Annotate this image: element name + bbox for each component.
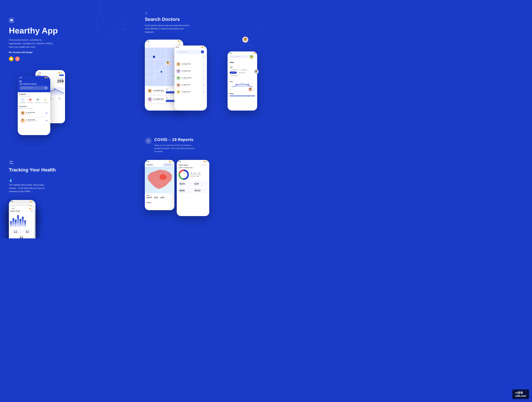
arrow-icon: → [203, 63, 205, 65]
arrow-icon-4: → [203, 84, 205, 86]
tracking-title: Tracking Your Health [9, 167, 124, 173]
search-submit[interactable] [201, 50, 204, 53]
svg-point-8 [231, 56, 231, 57]
svg-point-9 [236, 84, 237, 85]
category-heart[interactable]: ❤️ Heart Surgeon [27, 98, 34, 103]
legend-recovered: Recovered 29% [191, 174, 201, 175]
floating-avatar-3: 🧑‍⚕️ [254, 69, 259, 74]
categories-sublabel: Find your doctor quickly [19, 96, 49, 96]
doctor-card-2[interactable]: 👨‍⚕️ Dr. Natalie Nash Eye Specialist · S… [19, 117, 49, 124]
tag-eyes[interactable]: Eyes Test [230, 71, 237, 74]
category-dental[interactable]: 🦷 Dental Surgeon [19, 98, 26, 103]
covid-subtitle: COVID – 19 Global Cases [177, 167, 209, 170]
svg-rect-4 [19, 82, 22, 82]
search-large-icon [145, 12, 148, 15]
range-slider[interactable] [230, 96, 255, 99]
range-handle-right[interactable] [247, 95, 249, 97]
stat-deaths: Deaths 3,119 (+48) [193, 181, 208, 187]
list-avatar-2: 👨‍⚕️ [176, 69, 181, 73]
category-eyes[interactable]: 👁️ Eyes Specialist [34, 98, 41, 103]
categories-label: Categories [19, 93, 49, 95]
tracking-desc: The statistics about heart, blood sugar,… [9, 183, 53, 193]
list-avatar-1: 👩‍⚕️ [176, 62, 181, 66]
map-phones-area: 👩‍⚕️ 👨‍⚕️ 🧑‍⚕️ 👩‍⚕️ 9:41 📶 🔋 ← + [145, 40, 257, 122]
app-description: Find around doctors, schedule an appoint… [9, 38, 53, 49]
svg-rect-2 [19, 81, 22, 81]
heart-icon: ❤️ [28, 98, 32, 102]
floating-avatar-1: 👩‍⚕️ [242, 37, 248, 43]
map-doctor-addr-2: 305 San Jose, California [153, 100, 165, 101]
filter-close-btn[interactable]: × [254, 62, 255, 64]
search-bar[interactable]: Search for doctors [19, 86, 49, 90]
category-syringe[interactable]: 💉 Syringe Test [42, 98, 49, 103]
glucose-period: Daily [31, 211, 33, 211]
list-doctor-1[interactable]: 👩‍⚕️ Dr. Charlie Start Heart Surgeon → [174, 61, 207, 68]
list-doctor-3[interactable]: 🧑‍⚕️ Dr. James Wilson Dental Surgeon → [174, 75, 207, 82]
search-input-map[interactable]: Search for doctors [176, 50, 205, 54]
filter-header: Filter × [228, 60, 257, 65]
search-doctors-title: Search Doctors [145, 17, 257, 22]
syringe-icon: 💉 [43, 98, 47, 102]
figma-icon [15, 57, 20, 61]
location-icon-2: 📍 [166, 97, 168, 99]
covid-stats-row-1: Recovered 48,215 (+247) Deaths 3,119 (+4… [177, 181, 209, 188]
map-doctor-name-2: Dr. Charlie Start [153, 98, 165, 100]
list-doctor-2[interactable]: 👨‍⚕️ Dr. Natalie Nash Eye Specialist → [174, 68, 207, 75]
map-doctor-name-1: Dr. Charlie Start [153, 90, 165, 91]
range-handle-left[interactable] [237, 95, 239, 97]
map-doc-avatar-1: 👩‍⚕️ [147, 89, 152, 93]
search-list-phone: 9:41 📶 🔋 Search for doctors [174, 45, 207, 111]
stat-confirmed: Confirmed 90,993 (-3,848) [178, 188, 193, 193]
covid-phones-area: 9:41 📶 🔋 Continent 09, Mar 2020 ∨ [145, 160, 257, 216]
filter-range-label: Range [230, 93, 255, 95]
tag-generality[interactable]: Generality Test [230, 69, 239, 71]
map-doc-avatar: 👩‍⚕️ [166, 61, 170, 65]
europe-section: Europe [145, 201, 174, 204]
filter-price-label: Price [230, 81, 255, 82]
map-doc-avatar-2: 👨‍⚕️ [147, 97, 152, 102]
search-placeholder: Search for doctors [24, 87, 33, 89]
list-avatar-4: 👩‍⚕️ [176, 83, 181, 87]
stat-recovered: Recovered 48,215 (+247) [178, 181, 193, 187]
svg-point-11 [148, 140, 149, 142]
rating-bar-1 [26, 114, 32, 115]
report-date: 09, Mar 2020 [201, 165, 208, 166]
status-time-profile: 9:41 [11, 201, 13, 202]
covid-title: COVID – 19 Reports [154, 137, 196, 142]
tag-heart[interactable]: Heart Surgeon [237, 71, 247, 74]
floating-avatar-2: 👨‍⚕️ [249, 54, 254, 60]
search-doctors-desc: Find a doctor around, help you save time… [145, 24, 192, 34]
glucose-highest: 9.2 [23, 231, 32, 233]
map-doctor-addr-1: 305 San Jose, California [153, 91, 165, 92]
list-doctor-5[interactable]: 👨‍⚕️ Dr. Mike Torres General Physician → [174, 89, 207, 96]
svg-rect-3 [19, 81, 21, 82]
doctor-card-1[interactable]: 👩‍⚕️ Dr. Charlie Start Heart Surgeon 65% [19, 110, 49, 116]
covid-desc: Gives you an overview of the 21st centur… [154, 144, 196, 153]
covid-icon [145, 137, 152, 144]
status-time-front: 9:41 [19, 77, 22, 78]
glucose-average: 6.5 [10, 236, 33, 238]
rating-bar-2 [26, 121, 32, 122]
find-doctor-title: Let's Find Your Doctor [19, 83, 49, 85]
svg-point-10 [248, 84, 249, 85]
top-doctors-label: Top doctors [19, 106, 49, 107]
weekly-btn[interactable]: Weekly [59, 75, 64, 76]
list-avatar-5: 👨‍⚕️ [176, 90, 181, 94]
back-btn[interactable]: ← [147, 44, 150, 47]
filter-tags: Generality Test Syringe Test Eyes Test H… [230, 69, 255, 77]
filter-phone: 9:41 📶 Search for doctors Filter [228, 51, 257, 111]
list-doctor-4[interactable]: 👩‍⚕️ Dr. Sarah Chen Syringe Test → [174, 82, 207, 89]
status-time-back: 9:41 [38, 72, 41, 74]
search-icon-sm [21, 87, 23, 89]
doctor-avatar-1: 👩‍⚕️ [20, 111, 25, 115]
date-selector[interactable]: 09, Mar 2020 ∨ [164, 164, 173, 166]
report-title: Today's Report [178, 164, 188, 166]
tag-dental[interactable]: Dental Surgeon [230, 74, 240, 77]
status-time-covid: 9:41 [178, 161, 181, 162]
svg-marker-0 [10, 58, 13, 60]
tag-syringe[interactable]: Syringe Test [240, 69, 248, 71]
filter-icon-list[interactable]: ⚙ [202, 55, 205, 59]
location-icon: 📍 [166, 88, 168, 91]
screens-count: 50+ Screens iOS Design [9, 51, 124, 53]
asia-map [145, 167, 174, 193]
